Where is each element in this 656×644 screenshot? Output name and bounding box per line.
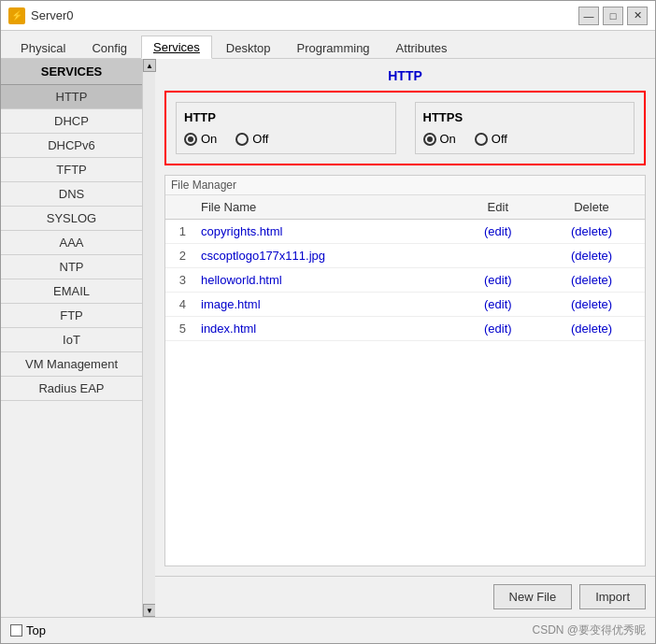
sidebar-item-tftp[interactable]: TFTP (1, 158, 142, 182)
tab-attributes[interactable]: Attributes (384, 36, 460, 59)
http-section: HTTP On Off (176, 102, 396, 154)
col-delete: Delete (538, 195, 645, 220)
tab-programming[interactable]: Programming (285, 36, 382, 59)
https-off-option[interactable]: Off (475, 132, 507, 146)
sidebar-item-email[interactable]: EMAIL (1, 279, 142, 304)
table-row: 4 image.html (edit) (delete) (165, 293, 645, 317)
sidebar-item-iot[interactable]: IoT (1, 328, 142, 352)
watermark: CSDN @要变得优秀昵 (532, 623, 646, 638)
http-on-option[interactable]: On (184, 132, 217, 146)
https-radio-group: On Off (423, 132, 627, 146)
file-table: File Name Edit Delete 1 copyrights.html … (165, 195, 645, 565)
row1-filename[interactable]: copyrights.html (193, 220, 458, 244)
top-checkbox[interactable] (10, 624, 22, 637)
table-row: 3 helloworld.html (edit) (delete) (165, 268, 645, 293)
row3-num: 3 (165, 268, 193, 293)
row2-num: 2 (165, 244, 193, 268)
row2-filename[interactable]: cscoptlogo177x111.jpg (193, 244, 458, 268)
sidebar-scroll-up-button[interactable]: ▲ (143, 59, 156, 72)
file-manager-title: File Manager (165, 176, 645, 195)
row4-num: 4 (165, 293, 193, 317)
files-table: File Name Edit Delete 1 copyrights.html … (165, 195, 645, 341)
sidebar-item-syslog[interactable]: SYSLOG (1, 207, 142, 231)
row1-delete[interactable]: (delete) (538, 220, 645, 244)
sidebar-scroll-down-button[interactable]: ▼ (143, 604, 156, 617)
sidebar-items: HTTP DHCP DHCPv6 TFTP DNS SYSLOG AAA NTP… (1, 85, 142, 401)
tab-bar: Physical Config Services Desktop Program… (1, 31, 655, 59)
http-config-box: HTTP On Off (164, 91, 646, 165)
row1-num: 1 (165, 220, 193, 244)
main-window: ⚡ Server0 — □ ✕ Physical Config Services… (0, 0, 656, 644)
sidebar-item-http[interactable]: HTTP (1, 85, 142, 109)
col-filename: File Name (193, 195, 458, 220)
sidebar-item-radius-eap[interactable]: Radius EAP (1, 377, 142, 401)
sidebar-item-dns[interactable]: DNS (1, 182, 142, 207)
sidebar-item-vm-management[interactable]: VM Management (1, 352, 142, 377)
row5-filename[interactable]: index.html (193, 317, 458, 341)
sidebar-header: SERVICES (1, 59, 142, 85)
col-num (165, 195, 193, 220)
table-row: 5 index.html (edit) (delete) (165, 317, 645, 341)
title-bar: ⚡ Server0 — □ ✕ (1, 1, 655, 31)
row2-edit (458, 244, 539, 268)
file-manager: File Manager File Name Edit Delete (164, 175, 646, 566)
app-icon: ⚡ (8, 7, 25, 24)
https-on-label: On (440, 132, 456, 146)
tab-services[interactable]: Services (141, 36, 212, 59)
sidebar-item-dhcpv6[interactable]: DHCPv6 (1, 134, 142, 158)
sidebar-item-aaa[interactable]: AAA (1, 231, 142, 255)
sidebar-item-ftp[interactable]: FTP (1, 304, 142, 328)
sidebar: SERVICES HTTP DHCP DHCPv6 TFTP DNS SYSLO… (1, 59, 155, 617)
sidebar-scrollbar: ▲ ▼ (142, 59, 155, 617)
close-button[interactable]: ✕ (627, 7, 648, 25)
row5-delete[interactable]: (delete) (538, 317, 645, 341)
https-on-radio[interactable] (423, 133, 436, 146)
row1-edit[interactable]: (edit) (458, 220, 539, 244)
row4-delete[interactable]: (delete) (538, 293, 645, 317)
https-section-title: HTTPS (423, 110, 627, 124)
https-on-option[interactable]: On (423, 132, 456, 146)
row4-edit[interactable]: (edit) (458, 293, 539, 317)
content-area: SERVICES HTTP DHCP DHCPv6 TFTP DNS SYSLO… (1, 59, 655, 617)
https-off-radio[interactable] (475, 133, 488, 146)
http-off-label: Off (252, 132, 268, 146)
tab-config[interactable]: Config (79, 36, 139, 59)
https-section: HTTPS On Off (415, 102, 635, 154)
new-file-button[interactable]: New File (493, 584, 573, 609)
row4-filename[interactable]: image.html (193, 293, 458, 317)
row3-filename[interactable]: helloworld.html (193, 268, 458, 293)
service-title: HTTP (164, 68, 646, 83)
table-row: 1 copyrights.html (edit) (delete) (165, 220, 645, 244)
window-title: Server0 (31, 8, 578, 22)
http-off-option[interactable]: Off (235, 132, 268, 146)
row3-edit[interactable]: (edit) (458, 268, 539, 293)
http-radio-group: On Off (184, 132, 388, 146)
tab-physical[interactable]: Physical (8, 36, 78, 59)
row5-num: 5 (165, 317, 193, 341)
row5-edit[interactable]: (edit) (458, 317, 539, 341)
col-edit: Edit (458, 195, 539, 220)
http-on-radio[interactable] (184, 133, 197, 146)
bottom-bar: New File Import (155, 576, 655, 617)
window-controls: — □ ✕ (578, 7, 648, 25)
import-button[interactable]: Import (579, 584, 646, 609)
sidebar-item-dhcp[interactable]: DHCP (1, 109, 142, 134)
maximize-button[interactable]: □ (603, 7, 623, 25)
top-checkbox-group: Top (10, 623, 46, 637)
main-panel-inner: HTTP HTTP On Off (155, 59, 655, 576)
sidebar-item-ntp[interactable]: NTP (1, 255, 142, 279)
sidebar-scroll-track (143, 72, 155, 604)
http-section-title: HTTP (184, 110, 388, 124)
top-label: Top (26, 623, 46, 637)
http-off-radio[interactable] (235, 133, 249, 146)
minimize-button[interactable]: — (578, 7, 599, 25)
row3-delete[interactable]: (delete) (538, 268, 645, 293)
sidebar-content: SERVICES HTTP DHCP DHCPv6 TFTP DNS SYSLO… (1, 59, 142, 617)
main-panel: HTTP HTTP On Off (155, 59, 655, 617)
https-off-label: Off (492, 132, 507, 146)
tab-desktop[interactable]: Desktop (214, 36, 283, 59)
http-on-label: On (201, 132, 217, 146)
status-bar: Top CSDN @要变得优秀昵 (1, 617, 655, 643)
table-header-row: File Name Edit Delete (165, 195, 645, 220)
row2-delete[interactable]: (delete) (538, 244, 645, 268)
